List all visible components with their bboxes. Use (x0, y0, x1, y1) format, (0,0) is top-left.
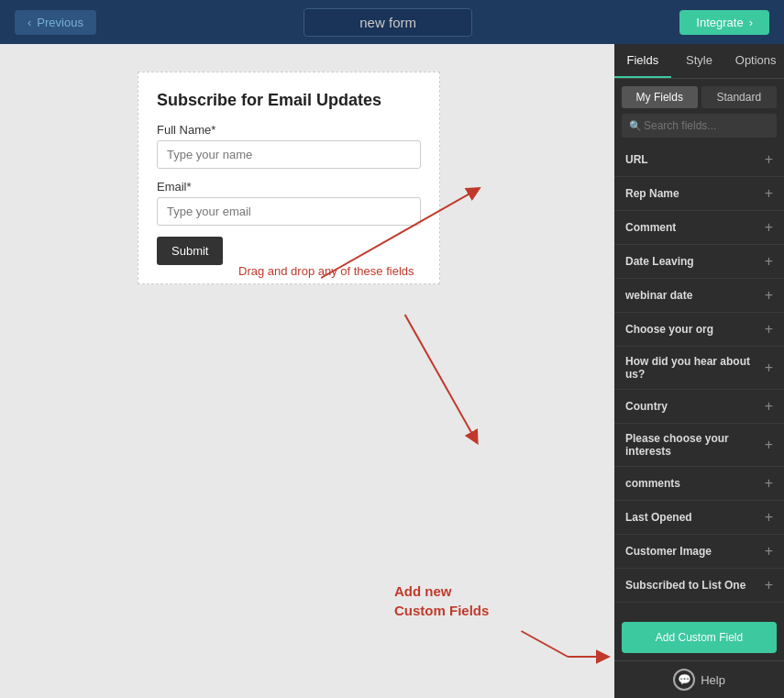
list-item[interactable]: webinar date + (614, 279, 784, 313)
full-name-input[interactable] (157, 140, 421, 169)
add-field-icon[interactable]: + (765, 360, 773, 376)
full-name-label: Full Name* (157, 123, 421, 137)
email-label: Email* (157, 180, 421, 194)
integrate-label: Integrate (696, 16, 743, 29)
field-item-name: How did you hear about us? (625, 355, 765, 381)
add-field-icon[interactable]: + (765, 475, 773, 492)
field-item-name: URL (625, 153, 648, 166)
svg-line-2 (521, 631, 568, 657)
help-icon: 💬 (673, 669, 695, 691)
header: ‹ Previous new form Integrate › (0, 0, 784, 44)
list-item[interactable]: Choose your org + (614, 313, 784, 347)
add-field-icon[interactable]: + (765, 219, 773, 236)
add-field-icon[interactable]: + (765, 185, 773, 202)
list-item[interactable]: Date Leaving + (614, 245, 784, 279)
right-panel: Fields Style Options My Fields Standard … (614, 44, 784, 698)
field-item-name: webinar date (625, 289, 692, 302)
previous-button[interactable]: ‹ Previous (15, 10, 96, 35)
search-icon: 🔍 (629, 120, 642, 132)
add-field-icon[interactable]: + (765, 321, 773, 338)
email-input[interactable] (157, 197, 421, 226)
field-item-name: Rep Name (625, 187, 679, 200)
tab-style[interactable]: Style (671, 44, 728, 78)
previous-label: Previous (37, 16, 83, 29)
panel-tabs: Fields Style Options (614, 44, 784, 79)
tab-options[interactable]: Options (727, 44, 784, 78)
drag-drop-annotation: Drag and drop any of these fields (238, 264, 414, 278)
field-item-name: Comment (625, 221, 676, 234)
form-title[interactable]: new form (304, 8, 472, 37)
chevron-right-icon: › (749, 16, 753, 29)
list-item[interactable]: Comment + (614, 211, 784, 245)
list-item[interactable]: Country + (614, 390, 784, 424)
chevron-left-icon: ‹ (28, 16, 31, 29)
list-item[interactable]: URL + (614, 143, 784, 177)
field-item-name: Choose your org (625, 323, 713, 336)
help-label: Help (701, 673, 725, 687)
main-layout: Subscribe for Email Updates Full Name* E… (0, 44, 784, 698)
sub-tabs: My Fields Standard (614, 79, 784, 114)
search-input[interactable] (622, 114, 777, 138)
add-field-icon[interactable]: + (765, 151, 773, 168)
add-custom-annotation: Add new Custom Fields (394, 582, 489, 620)
field-item-name: Country (625, 400, 668, 413)
field-item-name: Last Opened (625, 511, 692, 524)
sub-tab-my-fields[interactable]: My Fields (622, 86, 698, 108)
form-card: Subscribe for Email Updates Full Name* E… (138, 72, 440, 284)
field-item-name: Subscribed to List One (625, 579, 745, 592)
add-custom-field-button[interactable]: Add Custom Field (622, 622, 777, 653)
canvas: Subscribe for Email Updates Full Name* E… (0, 44, 614, 698)
help-button[interactable]: 💬 Help (614, 660, 784, 698)
field-item-name: Please choose your interests (625, 432, 765, 458)
list-item[interactable]: Subscribed to List One + (614, 569, 784, 603)
field-item-name: comments (625, 477, 680, 490)
add-field-icon[interactable]: + (765, 543, 773, 560)
add-field-icon[interactable]: + (765, 398, 773, 415)
field-item-name: Date Leaving (625, 255, 694, 268)
list-item[interactable]: Please choose your interests + (614, 424, 784, 467)
add-field-icon[interactable]: + (765, 437, 773, 453)
fields-list: URL + Rep Name + Comment + Date Leaving … (614, 143, 784, 615)
list-item[interactable]: comments + (614, 467, 784, 501)
tab-fields[interactable]: Fields (614, 44, 671, 78)
add-field-icon[interactable]: + (765, 253, 773, 270)
sub-tab-standard[interactable]: Standard (701, 86, 778, 108)
field-item-name: Customer Image (625, 545, 712, 558)
integrate-button[interactable]: Integrate › (679, 10, 769, 35)
list-item[interactable]: Customer Image + (614, 535, 784, 569)
form-title-heading: Subscribe for Email Updates (157, 91, 421, 110)
list-item[interactable]: Rep Name + (614, 177, 784, 211)
list-item[interactable]: How did you hear about us? + (614, 347, 784, 390)
svg-line-1 (405, 315, 475, 438)
add-field-icon[interactable]: + (765, 509, 773, 526)
add-field-icon[interactable]: + (765, 577, 773, 593)
submit-button[interactable]: Submit (157, 237, 223, 265)
add-field-icon[interactable]: + (765, 287, 773, 304)
search-box: 🔍 (622, 114, 777, 138)
list-item[interactable]: Last Opened + (614, 501, 784, 535)
